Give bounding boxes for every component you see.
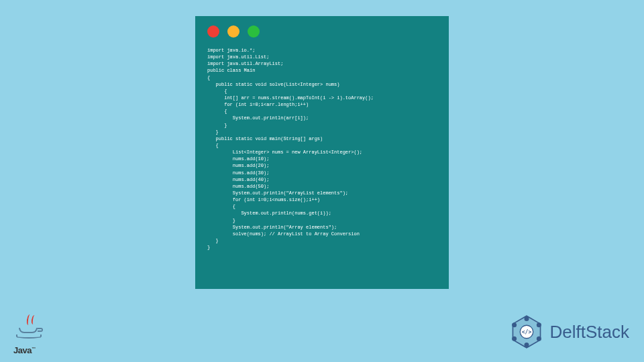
svg-point-3 (537, 323, 540, 326)
code-content: import java.io.*; import java.util.List;… (207, 47, 437, 251)
window-controls (207, 25, 437, 38)
java-text: Java™ (13, 345, 48, 355)
svg-point-6 (512, 337, 515, 341)
java-logo: Java™ (13, 316, 48, 356)
svg-point-4 (537, 337, 540, 341)
delftstack-logo: </> DelftStack (508, 314, 630, 350)
maximize-icon (248, 25, 260, 38)
code-window: import java.io.*; import java.util.List;… (195, 16, 449, 289)
svg-point-2 (525, 317, 528, 320)
java-cup-icon (16, 316, 44, 344)
delftstack-icon: </> (508, 314, 545, 350)
minimize-icon (227, 25, 239, 38)
svg-point-5 (525, 343, 528, 347)
svg-point-7 (512, 323, 515, 326)
delftstack-text: DelftStack (550, 322, 630, 343)
svg-text:</>: </> (521, 328, 531, 335)
close-icon (207, 25, 219, 38)
